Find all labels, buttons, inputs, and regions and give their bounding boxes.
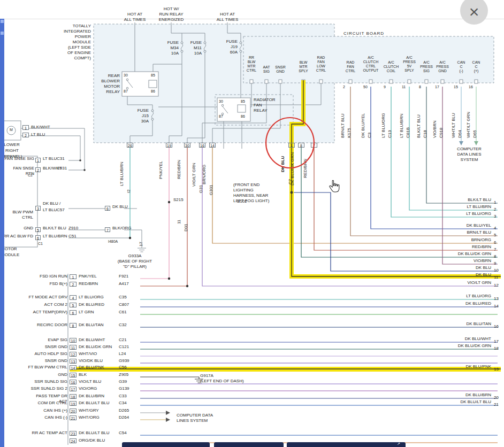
circuit-code: C13: [387, 130, 392, 138]
tipm-exit-pin: 14: [209, 143, 216, 148]
relay-pin: 87: [124, 89, 128, 94]
pin-box: 2: [22, 133, 29, 137]
module-pin-label: ACT TEMP(DRIV): [28, 310, 67, 315]
wire-color: LT GRN: [79, 310, 94, 315]
right-wire-row: BRN/LT BLU 5: [0, 230, 504, 236]
pin-box: 24: [70, 438, 77, 443]
wire-color: BRN/LT BLU: [438, 230, 491, 235]
fuse-m34-label: FUSE M34 10A: [161, 40, 179, 56]
wire-color: PNK/YEL: [158, 161, 163, 179]
pin-box: 16: [70, 380, 77, 384]
tipm-label: TOTALLY INTEGRATED POWER MODULE (LEFT SI…: [57, 24, 91, 61]
wire-number: 19: [494, 367, 499, 372]
module-pin-label: CAN IHS (-): [28, 415, 67, 420]
wire-pin: 8: [419, 85, 421, 89]
relay-pin: 85: [241, 99, 245, 104]
pin-box: 1: [22, 125, 29, 130]
toolbar-segment[interactable]: [287, 442, 406, 447]
wire-color-highlighted: DK BLU: [280, 156, 285, 172]
wire-number: 11: [494, 275, 498, 280]
wire-pin: 15: [454, 85, 458, 89]
module-row: GND 15 BLK Z905: [0, 372, 504, 377]
right-wire-row: LT BLU/ORG 13: [0, 294, 504, 300]
wire-color: LT BLU/BRN: [119, 162, 124, 187]
right-wire-row: VIO/BRN 9: [0, 258, 504, 265]
module-row: CAN IHS (-) 21 WHT/ORG D264: [0, 415, 504, 420]
circuit-code: C54: [119, 430, 127, 436]
wire-color: DK BLU/YEL: [361, 113, 365, 138]
circuit-code: G301: [209, 184, 213, 195]
right-wire-row: DK BLU/YEL 4: [0, 223, 504, 229]
circuit-code: K175: [347, 128, 352, 138]
module-row: SSR SUNLD SIG 16 VIO/LT BLU G39: [0, 379, 504, 384]
left-accent-strip: [0, 19, 4, 447]
pin-box: 17: [70, 387, 77, 391]
toolbar-segment[interactable]: [122, 442, 210, 447]
module-pin-label: CAN IHS (+): [28, 408, 67, 413]
strip-mark: [1, 20, 4, 23]
circuit-board-pin-label: A/C CLUTCH CTRL OUTPUT: [361, 56, 380, 73]
tipm-exit-pin: 7: [311, 143, 317, 148]
circuit-code: C31: [57, 156, 65, 161]
circuit-code: C7: [288, 179, 293, 184]
wire-color: LT BLU/BRN: [438, 204, 491, 210]
module-row: CAN IHS (+) 20 WHT/GRY D265: [0, 408, 504, 413]
circuit-code: G39: [119, 379, 127, 384]
right-wire-row: RED/BRN 7: [0, 244, 504, 251]
wire-pin: 2: [343, 85, 345, 89]
circuit-board-pin-label: A/C PRESS GND: [433, 60, 452, 73]
right-wire-row: BLK/LT BLU 1: [0, 197, 504, 204]
motor-glyph: M: [9, 128, 14, 132]
wire-color: WHT/VIO: [79, 351, 97, 357]
module-row: SNSR GND 13 VIO/DK BLU G939: [0, 358, 504, 364]
circuit-board-pin-label: SNSR GND: [271, 65, 290, 74]
wire-color: WHT/LT BLU: [451, 113, 456, 138]
wire-color: DK BLU/TAN: [438, 321, 491, 327]
right-wire-row: BRN/ORG 6: [0, 237, 504, 244]
circuit-code: G139: [119, 386, 129, 391]
module-pin-label: RR AC TEMP ACT: [28, 430, 67, 436]
module-row: AUTO HDLP SIG 12 WHT/VIO L24: [0, 351, 504, 357]
wire-color: DK BLU/YEL: [438, 223, 491, 228]
circuit-code: Z905: [119, 372, 128, 377]
computer-data-lines-label: COMPUTER DATA LINES SYSTEM: [450, 147, 488, 163]
relay-pin: 86: [151, 89, 155, 94]
connector-label: C2: [28, 173, 33, 178]
right-wire-row: DK BLU 10: [0, 265, 504, 272]
circuit-code: L24: [119, 351, 126, 357]
wire-color: DK BLU/PNK: [438, 364, 491, 369]
wire-number: 16: [494, 324, 499, 329]
close-icon: ×: [469, 3, 479, 20]
wire-number: 3: [494, 214, 496, 219]
fuse-j15-label: FUSE J15 30A: [132, 108, 149, 124]
right-wire-row: DK BLU/DK GRN 8: [0, 251, 504, 258]
circuit-board-pin-label: A/C CLUTCH COIL: [381, 60, 401, 73]
wire-color: DK BLU/LT BLU: [438, 399, 491, 405]
circuit-code: C3: [367, 133, 372, 138]
tipm-exit-pin: 16: [199, 143, 205, 148]
radiator-fan-relay-label: RADIATOR FAN RELAY: [254, 97, 280, 113]
relay-pin: 30: [219, 99, 223, 104]
wire-color: LT BLU/ORG: [438, 211, 491, 217]
wire-color: WHT/GRY: [79, 408, 99, 413]
right-wire-row: DK BLU/PNK 19: [0, 364, 504, 371]
power-feed-label: HOT W/ RUN RELAY ENERGIZED: [155, 6, 187, 22]
pin-box: 20: [70, 409, 77, 413]
right-wire-row: DK BLU 11: [0, 272, 504, 279]
wire-color: ORG/DK BLU: [79, 438, 105, 443]
wire-color: LT BLU: [43, 156, 57, 161]
wire-pin: 11: [402, 85, 406, 89]
wire-color: DK BLU/DK GRN: [438, 251, 491, 257]
fuse-m11-label: FUSE M11 10A: [184, 40, 202, 56]
module-pin-label: SSR SUNLD SIG 2: [28, 386, 67, 391]
module-pin-label: SNSR GND: [28, 358, 67, 364]
toolbar-segment[interactable]: [214, 442, 284, 447]
wire-pin: 17: [435, 85, 439, 89]
close-button[interactable]: ×: [460, 0, 488, 25]
wire-color: RED/BRN: [177, 160, 181, 179]
page-top-edge: [0, 19, 504, 19]
pin-box: 1: [35, 158, 41, 163]
wire-color: LT BLU/ORG: [381, 113, 386, 138]
wire-pin: 16: [469, 85, 473, 89]
wire-color: DK BLU/LT BLU: [79, 430, 110, 436]
